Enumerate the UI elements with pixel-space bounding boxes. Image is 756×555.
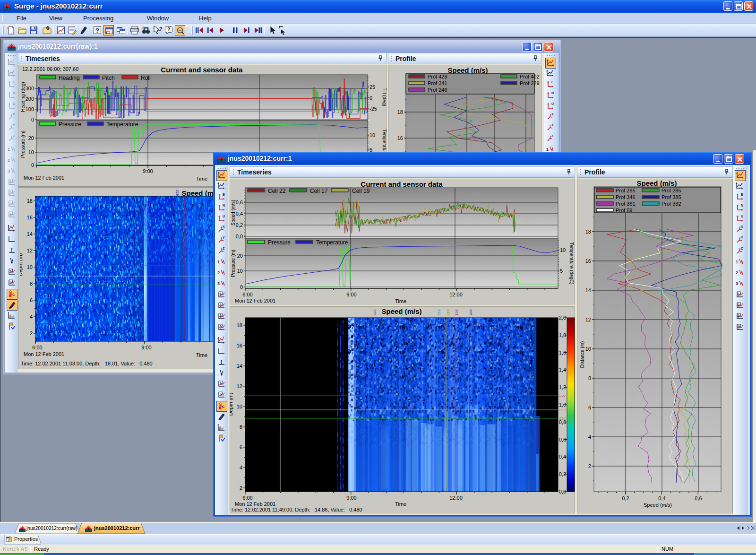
svg-text:N: N [13,91,15,95]
svg-text:Speed (m/s): Speed (m/s) [447,66,488,74]
svg-text:18: 18 [397,109,403,115]
svg-text:Mon 12 Feb 2001: Mon 12 Feb 2001 [24,351,64,357]
svg-text:10: 10 [237,268,243,274]
svg-text:Roll: Roll [141,75,151,81]
svg-text:18: 18 [237,322,242,328]
svg-text:Prof 285: Prof 285 [662,188,681,193]
svg-text:c: c [12,292,15,297]
svg-text:12: 12 [237,383,242,389]
svg-text:18: 18 [585,229,591,234]
svg-text:Heading (deg): Heading (deg) [20,82,26,112]
svg-text:Pressure: Pressure [59,121,81,128]
svg-text:2: 2 [588,463,591,469]
svg-text:8: 8 [30,281,33,286]
svg-text:8: 8 [588,375,591,381]
svg-text:?: ? [159,26,163,32]
svg-text:12.2.2001 06:00; 307,60: 12.2.2001 06:00; 307,60 [22,66,78,72]
svg-text:6:00: 6:00 [242,495,252,501]
svg-text:100: 100 [26,106,34,112]
svg-text:0,6: 0,6 [236,199,243,205]
svg-text:10: 10 [237,404,242,409]
svg-text:X: X [551,113,554,116]
svg-text:Mon 12 Feb 2001: Mon 12 Feb 2001 [24,175,64,181]
svg-text:1: 1 [217,260,220,264]
svg-text:Mon 12 Feb 2001: Mon 12 Feb 2001 [235,298,275,304]
svg-text:9:00: 9:00 [143,168,153,174]
svg-text:Temperature: Temperature [316,239,348,246]
svg-text:c: c [222,404,224,409]
svg-text:Cell 19: Cell 19 [352,188,370,194]
svg-text:9:00: 9:00 [346,292,356,297]
svg-text:Speed (m/s): Speed (m/s) [231,200,236,225]
svg-text:Cell 17: Cell 17 [310,188,328,194]
svg-text:A: A [10,212,12,216]
svg-text:Y: Y [551,123,554,127]
svg-text:Heading: Heading [59,75,80,81]
svg-text:X: X [741,225,743,228]
svg-text:Distance (m): Distance (m) [580,341,585,368]
svg-text:0: 0 [31,162,34,168]
svg-text:Y: Y [741,236,743,239]
svg-text:Pressure: Pressure [268,239,291,246]
svg-text:9:00: 9:00 [141,345,151,350]
svg-text:E: E [551,80,554,84]
svg-text:10: 10 [369,132,375,138]
svg-text:20: 20 [237,253,243,259]
svg-text:A: A [220,325,222,328]
svg-text:Pitch: Pitch [102,75,115,81]
svg-text:Prof 385: Prof 385 [662,194,681,200]
svg-text:20: 20 [28,135,34,141]
svg-text:Prof 332: Prof 332 [662,201,681,207]
svg-text:Cell 22: Cell 22 [268,188,286,194]
svg-text:0: 0 [240,284,243,290]
svg-text:Time: Time [196,176,207,182]
svg-text:1: 1 [8,147,10,152]
svg-text:U: U [13,102,15,105]
svg-text:2: 2 [30,330,33,336]
svg-text:6:00: 6:00 [242,292,252,297]
svg-text:10: 10 [28,149,34,155]
svg-text:361: 361 [455,309,459,316]
svg-text:12: 12 [585,317,591,322]
svg-text:4: 4 [240,465,242,470]
svg-text:200: 200 [26,96,34,102]
svg-text:Time: Time [395,298,406,304]
svg-text:Prof 246: Prof 246 [428,87,447,93]
svg-text:X: X [13,113,15,116]
svg-text:Temperature (degC): Temperature (degC) [569,242,574,284]
svg-text:6: 6 [30,297,33,303]
svg-text:U: U [741,215,743,218]
svg-text:10: 10 [27,264,33,270]
svg-text:?: ? [167,27,170,32]
svg-text:0,0: 0,0 [236,234,243,239]
svg-text:Speed (m/s): Speed (m/s) [636,179,677,187]
svg-text:Pressure (m): Pressure (m) [20,130,26,158]
svg-text:14: 14 [585,287,591,293]
svg-text:0,2: 0,2 [236,222,243,228]
svg-text:Z: Z [223,247,225,250]
svg-text:Y: Y [13,123,15,127]
svg-text:U: U [223,215,225,218]
svg-text:14: 14 [237,363,242,369]
svg-text:10: 10 [585,346,591,352]
svg-text:6:00: 6:00 [32,345,42,350]
svg-text:N: N [223,204,225,207]
svg-text:0,4: 0,4 [658,495,665,501]
svg-text:0: 0 [31,117,34,122]
svg-text:2: 2 [736,270,738,275]
svg-text:E: E [741,193,743,196]
svg-text:12: 12 [27,248,33,253]
svg-text:Prof 59: Prof 59 [616,208,632,213]
svg-text:X: X [223,225,225,228]
svg-text:Z: Z [741,247,743,250]
svg-text:16: 16 [27,215,33,220]
svg-text:Speed (m/s): Speed (m/s) [644,502,672,508]
svg-text:385: 385 [469,309,473,316]
svg-text:Depth (m): Depth (m) [230,393,233,416]
svg-text:Prof 402: Prof 402 [520,74,540,79]
svg-text:2: 2 [240,485,242,491]
svg-text:9:00: 9:00 [346,495,356,501]
svg-text:Prof 229: Prof 229 [520,80,540,86]
svg-text:18: 18 [27,198,33,204]
svg-text:1: 1 [546,147,549,152]
